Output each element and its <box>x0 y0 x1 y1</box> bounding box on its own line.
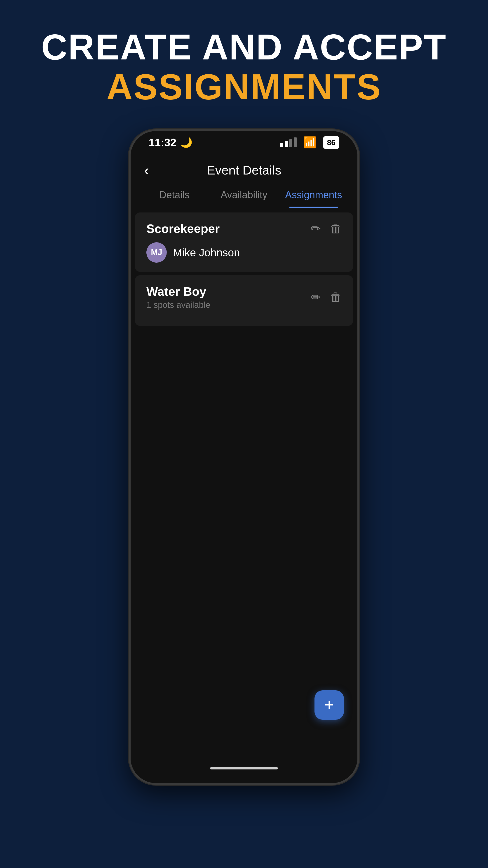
status-indicators: 📶 86 <box>280 136 339 149</box>
assignee-row: MJ Mike Johnson <box>147 242 341 263</box>
waterboy-subtitle: 1 spots available <box>147 300 210 310</box>
hero-line2: ASSIGNMENTS <box>41 67 447 107</box>
edit-waterboy-button[interactable]: ✏ <box>311 291 321 303</box>
hero-line1: CREATE AND ACCEPT <box>41 27 447 67</box>
volume-down-button[interactable] <box>129 303 131 339</box>
home-indicator[interactable] <box>210 767 278 770</box>
waterboy-card: Water Boy 1 spots available ✏ 🗑 <box>135 275 353 326</box>
edit-scorekeeper-button[interactable]: ✏ <box>311 223 321 235</box>
tab-availability[interactable]: Availability <box>209 182 279 208</box>
scorekeeper-actions: ✏ 🗑 <box>311 223 341 235</box>
waterboy-title: Water Boy <box>147 284 210 298</box>
delete-scorekeeper-button[interactable]: 🗑 <box>330 223 341 235</box>
page-title: Event Details <box>144 163 344 178</box>
power-button[interactable] <box>357 267 359 303</box>
waterboy-actions: ✏ 🗑 <box>311 291 341 303</box>
hero-section: CREATE AND ACCEPT ASSIGNMENTS <box>41 27 447 107</box>
add-assignment-button[interactable]: + <box>315 690 344 720</box>
status-bar: 11:32 🌙 📶 86 <box>131 131 357 154</box>
mute-button[interactable] <box>129 221 131 244</box>
phone-frame: 11:32 🌙 📶 86 ‹ Event Details Details Ava… <box>129 129 359 785</box>
app-screen: ‹ Event Details Details Availability Ass… <box>131 154 357 783</box>
scorekeeper-title: Scorekeeper <box>147 221 220 236</box>
tab-bar: Details Availability Assignments <box>131 182 357 208</box>
back-button[interactable]: ‹ <box>144 163 149 178</box>
battery-indicator: 86 <box>323 136 339 149</box>
tab-details[interactable]: Details <box>140 182 209 208</box>
app-bar: ‹ Event Details <box>131 154 357 182</box>
assignee-name: Mike Johnson <box>173 246 240 259</box>
plus-icon: + <box>324 696 334 713</box>
delete-waterboy-button[interactable]: 🗑 <box>330 291 341 303</box>
time-display: 11:32 <box>149 136 176 149</box>
scorekeeper-card: Scorekeeper ✏ 🗑 MJ Mike Johnson <box>135 213 353 272</box>
wifi-icon: 📶 <box>303 136 317 149</box>
avatar: MJ <box>147 242 167 263</box>
signal-strength-icon <box>280 137 297 147</box>
scorekeeper-header: Scorekeeper ✏ 🗑 <box>147 221 341 236</box>
volume-up-button[interactable] <box>129 255 131 291</box>
tab-assignments[interactable]: Assignments <box>279 182 348 208</box>
status-time: 11:32 🌙 <box>149 136 193 149</box>
do-not-disturb-icon: 🌙 <box>180 136 193 148</box>
waterboy-header: Water Boy 1 spots available ✏ 🗑 <box>147 284 341 310</box>
